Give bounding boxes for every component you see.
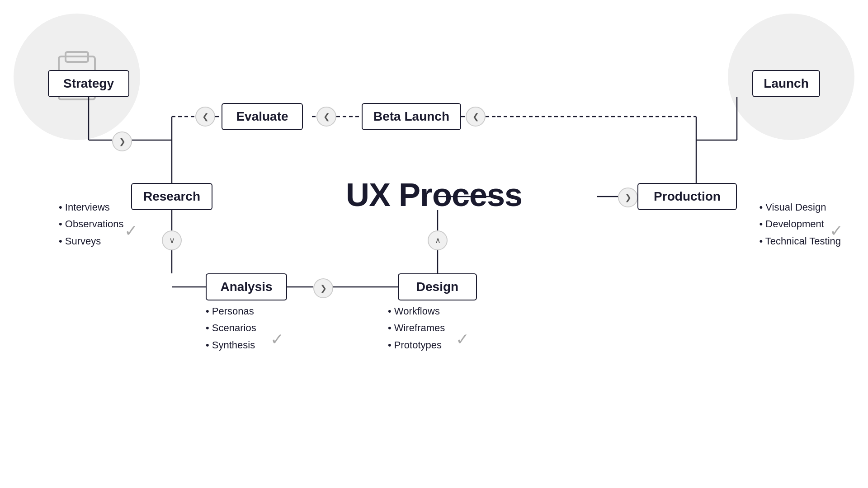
arrow-left-evaluate-2: ❮ — [466, 107, 486, 127]
analysis-checkmark: ✓ — [270, 330, 284, 349]
node-strategy: Strategy — [48, 70, 129, 97]
production-item-3: Technical Testing — [759, 233, 841, 249]
node-analysis: Analysis — [206, 273, 287, 300]
design-item-2: Wireframes — [388, 319, 445, 336]
strategy-label: Strategy — [63, 76, 114, 91]
production-label: Production — [654, 189, 721, 204]
diagram-container: Strategy Launch ❯ ∨ ❯ ∧ ❯ ❮ ❮ ❮ Evaluate… — [0, 0, 868, 488]
arrow-down-research: ∨ — [162, 230, 182, 250]
production-item-2: Development — [759, 216, 841, 232]
research-item-1: Interviews — [59, 199, 123, 216]
node-evaluate: Evaluate — [222, 103, 303, 130]
arrow-right-analysis: ❯ — [313, 278, 333, 298]
launch-label: Launch — [764, 76, 809, 91]
arrow-right-strategy: ❯ — [112, 131, 132, 151]
design-checkmark: ✓ — [456, 330, 469, 349]
research-item-3: Surveys — [59, 233, 123, 249]
research-label: Research — [143, 189, 200, 204]
design-item-3: Prototypes — [388, 337, 445, 353]
analysis-item-1: Personas — [206, 303, 256, 319]
node-research: Research — [131, 183, 212, 210]
arrow-left-beta: ❮ — [316, 107, 336, 127]
arrow-up-design: ∧ — [428, 230, 448, 250]
research-checkmark: ✓ — [124, 221, 138, 240]
research-item-2: Observations — [59, 216, 123, 232]
analysis-item-2: Scenarios — [206, 319, 256, 336]
design-label: Design — [416, 280, 458, 294]
node-production: Production — [637, 183, 737, 210]
node-design: Design — [398, 273, 477, 300]
arrow-right-production: ❯ — [618, 188, 638, 207]
evaluate-label: Evaluate — [236, 109, 288, 124]
design-list: Workflows Wireframes Prototypes — [388, 303, 445, 353]
analysis-list: Personas Scenarios Synthesis — [206, 303, 256, 353]
production-list: Visual Design Development Technical Test… — [759, 199, 841, 249]
node-launch: Launch — [752, 70, 820, 97]
research-list: Interviews Observations Surveys — [59, 199, 123, 249]
production-checkmark: ✓ — [830, 221, 843, 240]
analysis-item-3: Synthesis — [206, 337, 256, 353]
production-item-1: Visual Design — [759, 199, 841, 216]
node-beta-launch: Beta Launch — [362, 103, 461, 130]
analysis-label: Analysis — [220, 280, 272, 294]
arrow-left-evaluate-1: ❮ — [195, 107, 215, 127]
design-item-1: Workflows — [388, 303, 445, 319]
beta-launch-label: Beta Launch — [373, 109, 449, 124]
